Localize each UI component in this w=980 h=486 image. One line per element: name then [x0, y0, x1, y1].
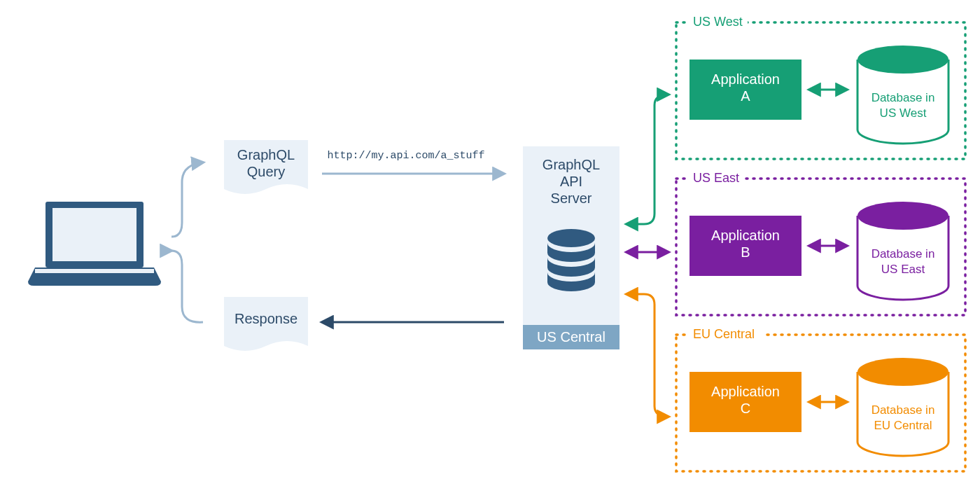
app-label-c-1: Application — [711, 384, 780, 399]
api-url-label: http://my.api.com/a_stuff — [327, 150, 484, 162]
database-eucentral: Database in EU Central — [858, 358, 948, 456]
server-region-label: US Central — [537, 329, 606, 345]
region-us-west: US West Application A Database in US Wes… — [676, 13, 965, 159]
svg-rect-1 — [52, 208, 136, 261]
db-label-useast-2: US East — [881, 263, 925, 276]
svg-rect-4 — [35, 273, 154, 275]
database-uswest: Database in US West — [858, 46, 948, 144]
db-label-useast-1: Database in — [872, 247, 935, 261]
response-document: Response — [224, 297, 308, 351]
server-label-2: API — [560, 174, 582, 189]
connector-server-uswest — [626, 95, 668, 224]
query-document: GraphQL Query — [224, 140, 308, 194]
response-label: Response — [234, 311, 298, 326]
query-label-1: GraphQL — [237, 147, 295, 162]
svg-point-13 — [858, 202, 948, 230]
connector-server-eucentral — [626, 294, 668, 417]
svg-rect-3 — [35, 268, 154, 269]
app-label-c-2: C — [741, 401, 750, 416]
db-label-euc-2: EU Central — [874, 419, 932, 432]
app-label-a-2: A — [741, 88, 750, 104]
region-eu-central: EU Central Application C Database in EU … — [676, 325, 965, 471]
server-label-3: Server — [551, 190, 592, 206]
query-label-2: Query — [247, 164, 285, 179]
region-title-eucentral: EU Central — [693, 327, 755, 341]
server-label-1: GraphQL — [542, 157, 600, 172]
region-us-east: US East Application B Database in US Eas… — [676, 169, 965, 315]
db-label-euc-1: Database in — [872, 403, 935, 417]
laptop-icon — [28, 202, 161, 286]
region-title-uswest: US West — [693, 15, 743, 29]
database-useast: Database in US East — [858, 202, 948, 300]
architecture-diagram: GraphQL Query Response http://my.api.com… — [0, 0, 980, 486]
arrow-response-to-laptop — [172, 251, 203, 322]
arrow-laptop-to-query — [172, 162, 203, 237]
db-label-uswest-2: US West — [880, 106, 927, 120]
svg-point-7 — [547, 229, 595, 247]
svg-point-16 — [858, 358, 948, 386]
db-label-uswest-1: Database in — [872, 91, 935, 104]
app-label-b-1: Application — [711, 228, 780, 243]
app-label-b-2: B — [741, 244, 750, 260]
graphql-server: GraphQL API Server US Central — [523, 146, 620, 349]
svg-point-10 — [858, 46, 948, 74]
app-label-a-1: Application — [711, 71, 780, 87]
region-title-useast: US East — [693, 171, 739, 185]
